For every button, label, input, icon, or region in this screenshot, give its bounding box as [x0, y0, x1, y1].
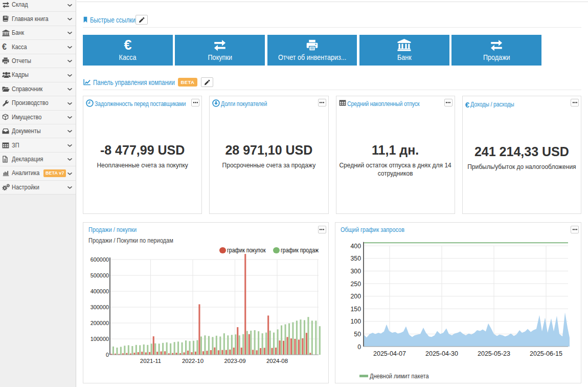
svg-text:2025-04-07: 2025-04-07	[373, 350, 406, 357]
svg-text:150: 150	[350, 306, 361, 313]
svg-text:0: 0	[357, 343, 361, 351]
svg-text:2025-06-15: 2025-06-15	[530, 350, 562, 357]
svg-text:2024-08: 2024-08	[266, 358, 288, 364]
svg-text:2023-09: 2023-09	[224, 358, 245, 364]
svg-text:200: 200	[350, 293, 361, 300]
svg-text:100000: 100000	[91, 336, 109, 342]
svg-text:0: 0	[106, 352, 109, 358]
svg-text:300: 300	[350, 268, 361, 275]
svg-text:300000: 300000	[91, 304, 109, 310]
svg-text:2025-04-30: 2025-04-30	[425, 350, 458, 357]
svg-text:2022-10: 2022-10	[182, 358, 203, 364]
svg-text:350: 350	[350, 255, 361, 262]
svg-text:2025-05-23: 2025-05-23	[478, 350, 510, 357]
svg-text:250: 250	[350, 281, 361, 288]
svg-text:50: 50	[354, 331, 361, 338]
svg-text:2021-11: 2021-11	[140, 358, 161, 364]
svg-text:100: 100	[350, 318, 361, 325]
svg-text:400: 400	[350, 243, 361, 250]
svg-text:200000: 200000	[91, 320, 109, 326]
svg-text:500000: 500000	[91, 272, 109, 278]
svg-text:400000: 400000	[91, 288, 109, 294]
svg-text:600000: 600000	[91, 256, 109, 263]
